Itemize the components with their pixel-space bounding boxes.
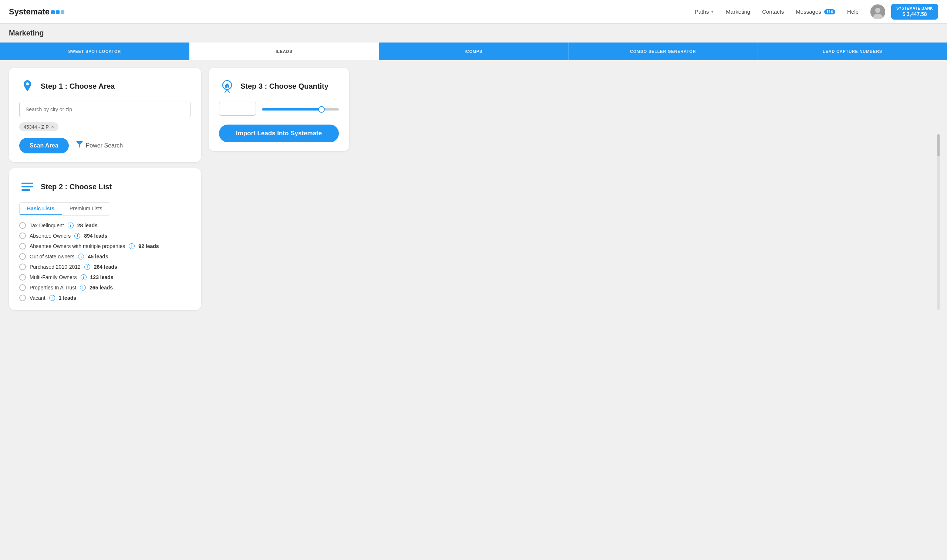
step3-header: Step 3 : Choose Quantity [219, 78, 339, 94]
zip-tag-text: 45344 - ZIP [24, 124, 49, 130]
info-icon[interactable]: i [80, 285, 86, 291]
nav-right: SYSTEMATE BANK $ 3,447.58 [870, 4, 938, 20]
info-icon[interactable]: i [74, 233, 80, 239]
pin-icon [19, 78, 35, 94]
tab-ileads[interactable]: iLEADS [190, 43, 379, 60]
step1-card: Step 1 : Choose Area 45344 - ZIP × Scan … [9, 68, 201, 162]
list-item-name: Out of state owners [29, 254, 74, 260]
step2-title: Step 2 : Choose List [41, 183, 112, 191]
main-content: Step 1 : Choose Area 45344 - ZIP × Scan … [0, 60, 947, 317]
leads-count: 264 leads [94, 264, 117, 270]
step2-card: Step 2 : Choose List Basic Lists Premium… [9, 168, 201, 310]
info-icon[interactable]: i [49, 295, 55, 301]
logo-dot-1 [51, 10, 55, 14]
tab-icomps[interactable]: iCOMPS [379, 43, 568, 60]
leads-count: 894 leads [84, 233, 107, 239]
step1-header: Step 1 : Choose Area [19, 78, 191, 94]
home-pin-icon [219, 78, 235, 94]
navbar: Systemate Paths ▼ Marketing Contacts Mes… [0, 0, 947, 24]
list-item: Absentee Ownersi894 leads [19, 232, 191, 239]
quantity-input[interactable] [219, 102, 256, 116]
info-icon[interactable]: i [78, 254, 84, 260]
tab-sweet-spot-locator[interactable]: SWEET SPOT LOCATOR [0, 43, 190, 60]
leads-count: 123 leads [90, 274, 114, 280]
slider-wrap [262, 105, 339, 112]
content-area: Step 1 : Choose Area 45344 - ZIP × Scan … [0, 60, 947, 317]
radio-circle[interactable] [19, 284, 26, 291]
avatar[interactable] [870, 5, 885, 19]
scan-area-button[interactable]: Scan Area [19, 138, 69, 154]
info-icon[interactable]: i [129, 243, 135, 249]
list-item-name: Multi-Family Owners [29, 274, 77, 280]
nav-help[interactable]: Help [847, 9, 859, 15]
list-tabs: Basic Lists Premium Lists [19, 202, 110, 215]
list-item: Multi-Family Ownersi123 leads [19, 274, 191, 280]
list-item-name: Purchased 2010-2012 [29, 264, 81, 270]
list-item-name: Absentee Owners with multiple properties [29, 243, 125, 249]
messages-badge: 116 [824, 9, 835, 14]
tabs-bar: SWEET SPOT LOCATOR iLEADS iCOMPS COMBO S… [0, 43, 947, 60]
tab-combo-seller-generator[interactable]: COMBO SELLER GENERATOR [569, 43, 758, 60]
info-icon[interactable]: i [84, 264, 90, 270]
nav-marketing[interactable]: Marketing [726, 9, 750, 15]
tab-premium-lists[interactable]: Premium Lists [62, 203, 110, 215]
svg-point-1 [875, 8, 881, 13]
power-search-label: Power Search [86, 142, 123, 149]
import-leads-button[interactable]: Import Leads Into Systemate [219, 125, 339, 142]
search-input[interactable] [19, 102, 191, 117]
logo-dot-3 [61, 10, 64, 14]
list-items: Tax Delinquenti28 leadsAbsentee Ownersi8… [19, 222, 191, 301]
bank-amount: $ 3,447.58 [896, 11, 933, 17]
list-item: Purchased 2010-2012i264 leads [19, 263, 191, 270]
bank-button[interactable]: SYSTEMATE BANK $ 3,447.58 [891, 4, 938, 20]
funnel-icon [76, 141, 83, 151]
qty-controls [219, 102, 339, 116]
power-search-link[interactable]: Power Search [76, 141, 123, 151]
list-item: Tax Delinquenti28 leads [19, 222, 191, 229]
zip-tag-close-icon[interactable]: × [51, 124, 54, 130]
leads-count: 265 leads [89, 285, 113, 291]
leads-count: 1 leads [59, 295, 76, 301]
radio-circle[interactable] [19, 243, 26, 249]
logo-dots [51, 10, 64, 14]
radio-circle[interactable] [19, 253, 26, 260]
app-name: Systemate [9, 7, 49, 17]
nav-links: Paths ▼ Marketing Contacts Messages 116 … [695, 9, 859, 15]
leads-count: 92 leads [138, 243, 159, 249]
radio-circle[interactable] [19, 263, 26, 270]
info-icon[interactable]: i [81, 274, 86, 280]
info-icon[interactable]: i [68, 223, 74, 228]
zip-tag[interactable]: 45344 - ZIP × [19, 122, 59, 131]
tab-basic-lists[interactable]: Basic Lists [20, 203, 62, 215]
step3-card: Step 3 : Choose Quantity Import Leads In… [209, 68, 349, 151]
logo-dot-2 [56, 10, 60, 14]
list-item-name: Absentee Owners [29, 233, 71, 239]
tab-lead-capture-numbers[interactable]: LEAD CAPTURE NUMBERS [758, 43, 947, 60]
list-item-name: Properties In A Trust [29, 285, 76, 291]
nav-paths[interactable]: Paths ▼ [695, 9, 714, 15]
radio-circle[interactable] [19, 295, 26, 301]
radio-circle[interactable] [19, 274, 26, 280]
step3-title: Step 3 : Choose Quantity [241, 82, 329, 91]
logo-area: Systemate [9, 7, 64, 17]
step2-header: Step 2 : Choose List [19, 178, 191, 195]
scroll-indicator [938, 134, 939, 310]
list-item: Vacanti1 leads [19, 295, 191, 301]
list-item-name: Vacant [29, 295, 46, 301]
page-title-bar: Marketing [0, 24, 947, 43]
h-line-1 [22, 183, 33, 184]
h-line-3 [22, 189, 30, 191]
h-line-2 [22, 186, 33, 188]
radio-circle[interactable] [19, 232, 26, 239]
list-item: Absentee Owners with multiple properties… [19, 243, 191, 249]
right-column: Step 3 : Choose Quantity Import Leads In… [209, 68, 349, 151]
list-item: Out of state ownersi45 leads [19, 253, 191, 260]
quantity-slider[interactable] [262, 108, 339, 111]
leads-count: 28 leads [77, 223, 98, 228]
scroll-thumb [938, 134, 939, 156]
nav-messages[interactable]: Messages 116 [796, 9, 835, 15]
radio-circle[interactable] [19, 222, 26, 229]
step1-actions: Scan Area Power Search [19, 138, 191, 154]
left-column: Step 1 : Choose Area 45344 - ZIP × Scan … [9, 68, 201, 310]
nav-contacts[interactable]: Contacts [762, 9, 784, 15]
